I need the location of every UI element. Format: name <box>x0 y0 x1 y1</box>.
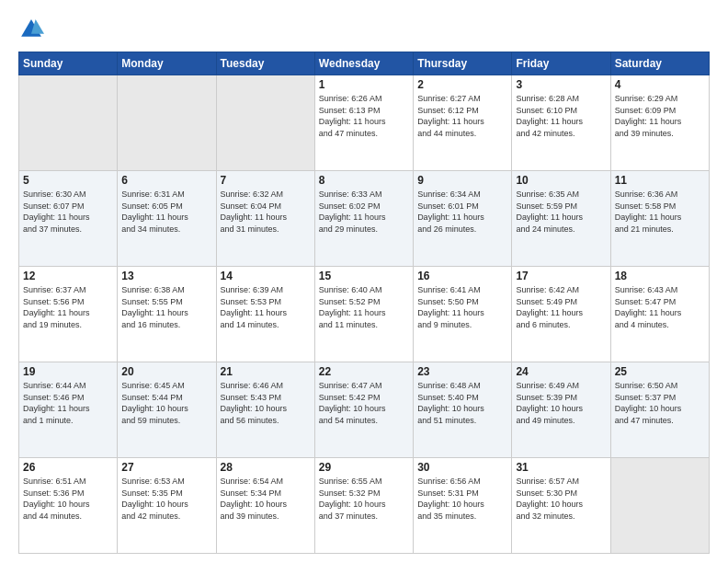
calendar-cell: 5Sunrise: 6:30 AM Sunset: 6:07 PM Daylig… <box>19 171 118 267</box>
day-info: Sunrise: 6:55 AM Sunset: 5:32 PM Dayligh… <box>319 476 409 522</box>
day-info: Sunrise: 6:41 AM Sunset: 5:50 PM Dayligh… <box>417 284 507 330</box>
day-info: Sunrise: 6:56 AM Sunset: 5:31 PM Dayligh… <box>417 476 507 522</box>
day-number: 27 <box>121 461 211 474</box>
day-header-thursday: Thursday <box>414 52 512 75</box>
day-info: Sunrise: 6:26 AM Sunset: 6:13 PM Dayligh… <box>319 93 409 139</box>
calendar-cell <box>216 75 314 171</box>
day-header-wednesday: Wednesday <box>314 52 413 75</box>
day-number: 16 <box>417 270 507 282</box>
calendar-cell: 25Sunrise: 6:50 AM Sunset: 5:37 PM Dayli… <box>610 362 709 458</box>
day-number: 21 <box>221 365 311 378</box>
calendar-cell: 20Sunrise: 6:45 AM Sunset: 5:44 PM Dayli… <box>118 362 216 458</box>
calendar-cell: 24Sunrise: 6:49 AM Sunset: 5:39 PM Dayli… <box>512 362 610 458</box>
day-number: 23 <box>417 365 507 378</box>
calendar-cell: 18Sunrise: 6:43 AM Sunset: 5:47 PM Dayli… <box>610 267 709 362</box>
calendar-cell: 10Sunrise: 6:35 AM Sunset: 5:59 PM Dayli… <box>512 171 610 267</box>
calendar-cell <box>118 75 216 171</box>
day-info: Sunrise: 6:29 AM Sunset: 6:09 PM Dayligh… <box>615 93 705 139</box>
day-info: Sunrise: 6:34 AM Sunset: 6:01 PM Dayligh… <box>417 189 507 235</box>
day-info: Sunrise: 6:47 AM Sunset: 5:42 PM Dayligh… <box>319 380 409 426</box>
calendar-cell <box>19 75 118 171</box>
day-number: 6 <box>121 174 211 187</box>
day-info: Sunrise: 6:44 AM Sunset: 5:46 PM Dayligh… <box>23 380 113 426</box>
day-info: Sunrise: 6:49 AM Sunset: 5:39 PM Dayligh… <box>516 380 606 426</box>
day-info: Sunrise: 6:39 AM Sunset: 5:53 PM Dayligh… <box>221 284 311 330</box>
day-info: Sunrise: 6:53 AM Sunset: 5:35 PM Dayligh… <box>121 476 211 522</box>
day-info: Sunrise: 6:42 AM Sunset: 5:49 PM Dayligh… <box>516 284 606 330</box>
calendar-cell: 15Sunrise: 6:40 AM Sunset: 5:52 PM Dayli… <box>314 267 413 362</box>
calendar-cell: 16Sunrise: 6:41 AM Sunset: 5:50 PM Dayli… <box>414 267 512 362</box>
calendar-cell: 21Sunrise: 6:46 AM Sunset: 5:43 PM Dayli… <box>216 362 314 458</box>
day-info: Sunrise: 6:28 AM Sunset: 6:10 PM Dayligh… <box>516 93 606 139</box>
day-number: 10 <box>516 174 606 187</box>
day-info: Sunrise: 6:46 AM Sunset: 5:43 PM Dayligh… <box>221 380 311 426</box>
day-number: 1 <box>319 78 409 91</box>
day-info: Sunrise: 6:54 AM Sunset: 5:34 PM Dayligh… <box>221 476 311 522</box>
day-info: Sunrise: 6:57 AM Sunset: 5:30 PM Dayligh… <box>516 476 606 522</box>
page: SundayMondayTuesdayWednesdayThursdayFrid… <box>0 0 728 563</box>
calendar-cell: 31Sunrise: 6:57 AM Sunset: 5:30 PM Dayli… <box>512 458 610 554</box>
calendar-cell: 4Sunrise: 6:29 AM Sunset: 6:09 PM Daylig… <box>610 75 709 171</box>
day-number: 20 <box>121 365 211 378</box>
calendar-week-2: 5Sunrise: 6:30 AM Sunset: 6:07 PM Daylig… <box>19 171 710 267</box>
calendar-header-row: SundayMondayTuesdayWednesdayThursdayFrid… <box>19 52 710 75</box>
day-info: Sunrise: 6:35 AM Sunset: 5:59 PM Dayligh… <box>516 189 606 235</box>
calendar-cell: 1Sunrise: 6:26 AM Sunset: 6:13 PM Daylig… <box>314 75 413 171</box>
day-info: Sunrise: 6:31 AM Sunset: 6:05 PM Dayligh… <box>121 189 211 235</box>
calendar-cell: 19Sunrise: 6:44 AM Sunset: 5:46 PM Dayli… <box>19 362 118 458</box>
day-info: Sunrise: 6:48 AM Sunset: 5:40 PM Dayligh… <box>417 380 507 426</box>
day-number: 5 <box>23 174 113 187</box>
day-number: 12 <box>23 270 113 282</box>
calendar-cell: 12Sunrise: 6:37 AM Sunset: 5:56 PM Dayli… <box>19 267 118 362</box>
day-number: 7 <box>221 174 311 187</box>
day-number: 15 <box>319 270 409 282</box>
calendar-week-1: 1Sunrise: 6:26 AM Sunset: 6:13 PM Daylig… <box>19 75 710 171</box>
calendar-cell <box>610 458 709 554</box>
day-number: 17 <box>516 270 606 282</box>
logo-icon <box>18 17 44 42</box>
day-number: 28 <box>221 461 311 474</box>
calendar-week-4: 19Sunrise: 6:44 AM Sunset: 5:46 PM Dayli… <box>19 362 710 458</box>
calendar-week-3: 12Sunrise: 6:37 AM Sunset: 5:56 PM Dayli… <box>19 267 710 362</box>
calendar-cell: 2Sunrise: 6:27 AM Sunset: 6:12 PM Daylig… <box>414 75 512 171</box>
calendar-cell: 3Sunrise: 6:28 AM Sunset: 6:10 PM Daylig… <box>512 75 610 171</box>
day-info: Sunrise: 6:45 AM Sunset: 5:44 PM Dayligh… <box>121 380 211 426</box>
day-header-sunday: Sunday <box>19 52 118 75</box>
day-header-saturday: Saturday <box>610 52 709 75</box>
day-number: 25 <box>615 365 705 378</box>
day-number: 18 <box>615 270 705 282</box>
day-header-friday: Friday <box>512 52 610 75</box>
header <box>18 17 710 42</box>
day-info: Sunrise: 6:32 AM Sunset: 6:04 PM Dayligh… <box>221 189 311 235</box>
day-info: Sunrise: 6:38 AM Sunset: 5:55 PM Dayligh… <box>121 284 211 330</box>
calendar-table: SundayMondayTuesdayWednesdayThursdayFrid… <box>18 52 710 554</box>
day-number: 30 <box>417 461 507 474</box>
calendar-cell: 8Sunrise: 6:33 AM Sunset: 6:02 PM Daylig… <box>314 171 413 267</box>
day-info: Sunrise: 6:27 AM Sunset: 6:12 PM Dayligh… <box>417 93 507 139</box>
day-number: 29 <box>319 461 409 474</box>
day-number: 13 <box>121 270 211 282</box>
day-number: 11 <box>615 174 705 187</box>
day-info: Sunrise: 6:51 AM Sunset: 5:36 PM Dayligh… <box>23 476 113 522</box>
day-header-tuesday: Tuesday <box>216 52 314 75</box>
calendar-cell: 28Sunrise: 6:54 AM Sunset: 5:34 PM Dayli… <box>216 458 314 554</box>
day-number: 22 <box>319 365 409 378</box>
day-info: Sunrise: 6:40 AM Sunset: 5:52 PM Dayligh… <box>319 284 409 330</box>
day-info: Sunrise: 6:30 AM Sunset: 6:07 PM Dayligh… <box>23 189 113 235</box>
calendar-cell: 22Sunrise: 6:47 AM Sunset: 5:42 PM Dayli… <box>314 362 413 458</box>
calendar-cell: 23Sunrise: 6:48 AM Sunset: 5:40 PM Dayli… <box>414 362 512 458</box>
day-number: 8 <box>319 174 409 187</box>
day-info: Sunrise: 6:37 AM Sunset: 5:56 PM Dayligh… <box>23 284 113 330</box>
day-number: 31 <box>516 461 606 474</box>
day-info: Sunrise: 6:33 AM Sunset: 6:02 PM Dayligh… <box>319 189 409 235</box>
logo <box>18 17 48 42</box>
calendar-cell: 7Sunrise: 6:32 AM Sunset: 6:04 PM Daylig… <box>216 171 314 267</box>
calendar-cell: 6Sunrise: 6:31 AM Sunset: 6:05 PM Daylig… <box>118 171 216 267</box>
day-number: 4 <box>615 78 705 91</box>
day-info: Sunrise: 6:50 AM Sunset: 5:37 PM Dayligh… <box>615 380 705 426</box>
day-info: Sunrise: 6:36 AM Sunset: 5:58 PM Dayligh… <box>615 189 705 235</box>
day-info: Sunrise: 6:43 AM Sunset: 5:47 PM Dayligh… <box>615 284 705 330</box>
day-number: 2 <box>417 78 507 91</box>
calendar-cell: 14Sunrise: 6:39 AM Sunset: 5:53 PM Dayli… <box>216 267 314 362</box>
calendar-cell: 27Sunrise: 6:53 AM Sunset: 5:35 PM Dayli… <box>118 458 216 554</box>
